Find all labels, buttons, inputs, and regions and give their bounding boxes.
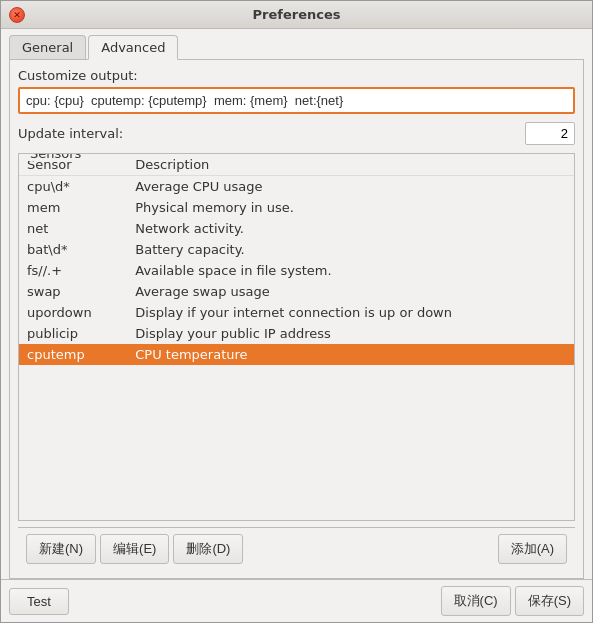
test-button[interactable]: Test [9,588,69,615]
add-button[interactable]: 添加(A) [498,534,567,564]
table-row[interactable]: upordownDisplay if your internet connect… [19,302,574,323]
sensors-table-container: Sensor Description cpu\d*Average CPU usa… [19,154,574,520]
table-row[interactable]: netNetwork activity. [19,218,574,239]
sensor-description: Average swap usage [127,281,574,302]
sensor-name: net [19,218,127,239]
sensor-name: upordown [19,302,127,323]
action-bar: 新建(N) 编辑(E) 删除(D) 添加(A) [18,527,575,570]
table-row[interactable]: cputempCPU temperature [19,344,574,365]
sensor-description: Average CPU usage [127,176,574,198]
sensor-name: bat\d* [19,239,127,260]
tab-bar: General Advanced [9,35,584,59]
sensor-name: mem [19,197,127,218]
update-interval-input[interactable] [525,122,575,145]
sensors-table: Sensor Description cpu\d*Average CPU usa… [19,154,574,365]
sensors-group-label: Sensors [27,153,84,161]
titlebar: ✕ Preferences [1,1,592,29]
footer-right: 取消(C) 保存(S) [441,586,584,616]
sensor-description: Display your public IP address [127,323,574,344]
update-interval-label: Update interval: [18,126,525,141]
update-interval-row: Update interval: [18,122,575,145]
save-button[interactable]: 保存(S) [515,586,584,616]
sensor-name: cpu\d* [19,176,127,198]
table-row[interactable]: bat\d*Battery capacity. [19,239,574,260]
close-button[interactable]: ✕ [9,7,25,23]
action-bar-left: 新建(N) 编辑(E) 删除(D) [26,534,243,564]
sensor-description: Display if your internet connection is u… [127,302,574,323]
table-row[interactable]: swapAverage swap usage [19,281,574,302]
sensors-group: Sensors Sensor Description cpu\d*Average… [18,153,575,521]
footer: Test 取消(C) 保存(S) [1,579,592,622]
edit-button[interactable]: 编辑(E) [100,534,169,564]
tab-advanced[interactable]: Advanced [88,35,178,60]
sensor-name: publicip [19,323,127,344]
delete-button[interactable]: 删除(D) [173,534,243,564]
tab-content-advanced: Customize output: Update interval: Senso… [9,59,584,579]
main-content: General Advanced Customize output: Updat… [1,29,592,579]
sensor-description: Physical memory in use. [127,197,574,218]
sensor-description: Network activity. [127,218,574,239]
col-description: Description [127,154,574,176]
customize-label: Customize output: [18,68,575,83]
window-title: Preferences [253,7,341,22]
table-row[interactable]: cpu\d*Average CPU usage [19,176,574,198]
table-row[interactable]: publicipDisplay your public IP address [19,323,574,344]
sensor-name: cputemp [19,344,127,365]
sensor-name: swap [19,281,127,302]
sensors-header-row: Sensor Description [19,154,574,176]
sensor-description: Available space in file system. [127,260,574,281]
customize-input[interactable] [18,87,575,114]
preferences-window: ✕ Preferences General Advanced Customize… [0,0,593,623]
tab-general[interactable]: General [9,35,86,59]
new-button[interactable]: 新建(N) [26,534,96,564]
sensor-name: fs//.+ [19,260,127,281]
cancel-button[interactable]: 取消(C) [441,586,511,616]
table-row[interactable]: memPhysical memory in use. [19,197,574,218]
sensor-description: Battery capacity. [127,239,574,260]
sensor-description: CPU temperature [127,344,574,365]
table-row[interactable]: fs//.+Available space in file system. [19,260,574,281]
